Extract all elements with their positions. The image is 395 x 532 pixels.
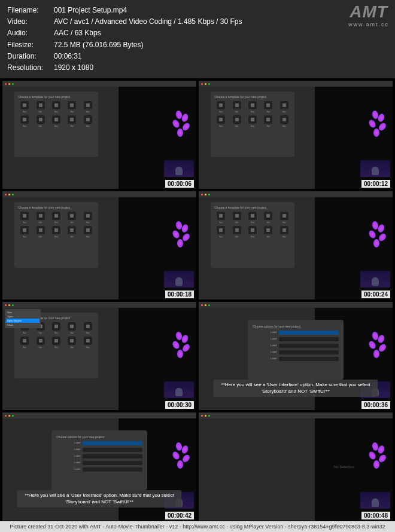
thumbnail: Choose options for your new projectLabel… bbox=[2, 412, 196, 521]
webcam-overlay bbox=[164, 271, 194, 288]
filesize-label: Filesize: bbox=[7, 39, 54, 51]
template-picker-dialog: Choose a template for your new projectAp… bbox=[211, 91, 294, 157]
duration-value: 00:06:31 bbox=[54, 51, 388, 62]
webcam-overlay bbox=[360, 271, 390, 288]
template-picker-dialog: Choose a template for your new projectAp… bbox=[211, 202, 294, 268]
no-selection-label: No Selection bbox=[334, 465, 354, 469]
subtitle-caption: **Here you will see a 'User Interface' o… bbox=[17, 490, 181, 507]
file-menu: NewOpenOpen RecentClose bbox=[5, 309, 41, 328]
thumbnail: Choose a template for your new projectAp… bbox=[199, 191, 393, 299]
metadata-header: Filename: 001 Project Setup.mp4 Video: A… bbox=[0, 0, 395, 78]
timestamp-badge: 00:00:30 bbox=[165, 401, 194, 409]
timestamp-badge: 00:00:42 bbox=[165, 512, 194, 519]
project-options-dialog: Choose options for your new projectLabel… bbox=[51, 430, 147, 490]
timestamp-badge: 00:00:18 bbox=[165, 291, 194, 298]
thumbnail: Choose a template for your new projectAp… bbox=[199, 81, 393, 189]
audio-label: Audio: bbox=[7, 27, 54, 39]
timestamp-badge: 00:00:12 bbox=[361, 180, 390, 188]
resolution-label: Resolution: bbox=[7, 62, 54, 74]
filename-value: 001 Project Setup.mp4 bbox=[54, 5, 388, 16]
webcam-overlay bbox=[164, 160, 194, 177]
logo-text: AMT bbox=[348, 4, 389, 20]
timestamp-badge: 00:00:06 bbox=[165, 180, 194, 188]
audio-value: AAC / 63 Kbps bbox=[54, 27, 388, 39]
video-label: Video: bbox=[7, 16, 54, 27]
thumbnail: Choose options for your new projectLabel… bbox=[199, 302, 393, 410]
footer-credits: Picture created 31-Oct-2020 with AMT - A… bbox=[0, 521, 395, 532]
timestamp-badge: 00:00:24 bbox=[361, 291, 390, 298]
amt-logo: AMT www.amt.cc bbox=[348, 4, 389, 29]
thumbnail: Choose a template for your new projectAp… bbox=[2, 191, 196, 299]
webcam-overlay bbox=[360, 160, 390, 177]
subtitle-caption: **Here you will see a 'User Interface' o… bbox=[213, 380, 378, 397]
filename-label: Filename: bbox=[7, 5, 54, 16]
resolution-value: 1920 x 1080 bbox=[54, 62, 388, 74]
project-options-dialog: Choose options for your new projectLabel… bbox=[248, 320, 344, 380]
thumbnail: Choose a template for your new projectAp… bbox=[2, 81, 196, 189]
thumbnail: Choose a template for your new projectAp… bbox=[2, 302, 196, 410]
template-picker-dialog: Choose a template for your new projectAp… bbox=[14, 202, 98, 268]
webcam-overlay bbox=[360, 492, 390, 509]
thumbnail: No Selection00:00:48 bbox=[199, 412, 393, 521]
video-value: AVC / avc1 / Advanced Video Coding / 1.4… bbox=[54, 16, 388, 27]
timestamp-badge: 00:00:48 bbox=[361, 512, 390, 519]
filesize-value: 72.5 MB (76.016.695 Bytes) bbox=[54, 39, 388, 51]
thumbnail-grid: Choose a template for your new projectAp… bbox=[0, 78, 395, 523]
webcam-overlay bbox=[164, 381, 194, 398]
template-picker-dialog: Choose a template for your new projectAp… bbox=[14, 91, 98, 157]
logo-url: www.amt.cc bbox=[348, 20, 389, 29]
duration-label: Duration: bbox=[7, 51, 54, 62]
timestamp-badge: 00:00:36 bbox=[361, 401, 390, 409]
